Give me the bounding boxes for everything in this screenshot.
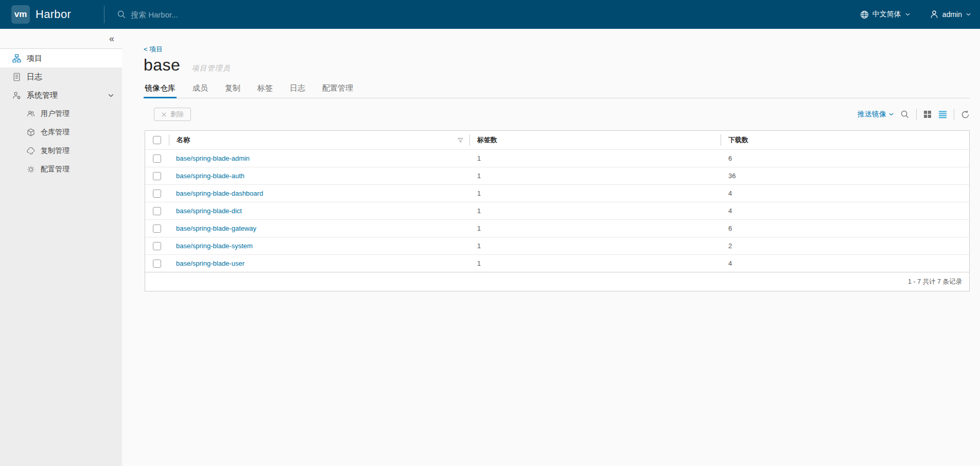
sidebar-top: «: [0, 29, 122, 49]
repository-link[interactable]: base/spring-blade-dict: [176, 207, 242, 215]
refresh-icon[interactable]: [961, 110, 970, 119]
sidebar-item-replication-management[interactable]: 复制管理: [0, 142, 122, 160]
chevron-down-icon: [889, 113, 894, 116]
repositories-table: 名称 标签数 下载数 base/spring-bl: [145, 130, 970, 291]
select-all-checkbox[interactable]: [153, 136, 161, 144]
delete-button[interactable]: 删除: [154, 108, 191, 121]
sidebar-collapse-icon[interactable]: «: [109, 34, 114, 43]
tab-logs[interactable]: 日志: [289, 81, 306, 98]
column-header-name[interactable]: 名称: [169, 134, 469, 146]
repository-link[interactable]: base/spring-blade-auth: [176, 172, 244, 180]
repositories-toolbar: 删除 推送镜像: [144, 107, 970, 122]
push-image-dropdown[interactable]: 推送镜像: [857, 110, 894, 119]
table-row: base/spring-blade-system 1 2: [145, 237, 969, 254]
card-view-icon[interactable]: [923, 110, 932, 118]
sidebar: « 项目 日志: [0, 29, 122, 466]
search-icon: [117, 10, 126, 19]
branding[interactable]: vm Harbor: [0, 5, 104, 24]
row-checkbox[interactable]: [153, 242, 161, 250]
row-checkbox[interactable]: [153, 207, 161, 215]
language-menu[interactable]: 中文简体: [860, 10, 910, 19]
table-row: base/spring-blade-user 1 4: [145, 254, 969, 272]
repository-link[interactable]: base/spring-blade-dashboard: [176, 189, 263, 197]
organization-icon: [12, 54, 21, 63]
filter-icon[interactable]: [458, 137, 463, 143]
row-checkbox[interactable]: [153, 260, 161, 268]
cog-icon: [27, 165, 35, 174]
toolbar-divider: [916, 109, 917, 120]
column-header-label: 下载数: [728, 135, 748, 145]
table-header-row: 名称 标签数 下载数: [145, 131, 969, 149]
administrator-icon: [12, 91, 21, 100]
breadcrumb-projects-link[interactable]: < 项目: [144, 45, 163, 54]
tab-configuration[interactable]: 配置管理: [321, 81, 354, 98]
sidebar-item-label: 仓库管理: [41, 128, 69, 137]
row-checkbox[interactable]: [153, 172, 161, 180]
pulls-count: 4: [721, 189, 969, 197]
vmware-logo: vm: [11, 5, 30, 24]
table-body: base/spring-blade-admin 1 6 base/spring-…: [145, 149, 969, 272]
sidebar-item-user-management[interactable]: 用户管理: [0, 105, 122, 123]
pulls-count: 6: [721, 154, 969, 162]
sidebar-item-projects[interactable]: 项目: [0, 49, 122, 67]
pulls-count: 6: [721, 225, 969, 232]
pulls-count: 2: [721, 242, 969, 250]
tags-count: 1: [469, 225, 721, 232]
user-menu[interactable]: admin: [930, 10, 971, 19]
tags-count: 1: [469, 154, 721, 162]
chevron-down-icon: [966, 13, 971, 16]
administration-submenu: 用户管理 仓库管理 复制管理: [0, 105, 122, 179]
tags-count: 1: [469, 207, 721, 215]
cloud-sync-icon: [27, 147, 35, 155]
sidebar-item-configuration-management[interactable]: 配置管理: [0, 160, 122, 179]
delete-button-label: 删除: [170, 110, 184, 119]
tab-members[interactable]: 成员: [191, 81, 209, 98]
cube-icon: [27, 128, 35, 136]
toolbar-divider: [954, 109, 954, 120]
toolbar-right: 推送镜像: [857, 109, 970, 120]
sidebar-nav: 项目 日志 系统管理: [0, 49, 122, 179]
tab-repositories[interactable]: 镜像仓库: [144, 81, 177, 98]
repository-link[interactable]: base/spring-blade-admin: [176, 154, 250, 162]
row-checkbox[interactable]: [153, 225, 161, 233]
header-divider: [104, 6, 104, 23]
row-checkbox[interactable]: [153, 189, 161, 198]
search-input[interactable]: [131, 10, 347, 19]
pulls-count: 4: [721, 260, 969, 267]
tags-count: 1: [469, 242, 721, 250]
list-view-icon[interactable]: [938, 110, 947, 118]
repository-link[interactable]: base/spring-blade-gateway: [176, 225, 256, 232]
sidebar-item-logs[interactable]: 日志: [0, 67, 122, 86]
table-row: base/spring-blade-dashboard 1 4: [145, 184, 969, 202]
column-header-tags[interactable]: 标签数: [469, 134, 721, 146]
sidebar-item-label: 配置管理: [41, 165, 69, 174]
column-header-pulls[interactable]: 下载数: [721, 134, 969, 146]
pulls-count: 36: [721, 172, 969, 180]
users-icon: [27, 110, 35, 118]
push-image-label: 推送镜像: [857, 110, 886, 119]
sidebar-item-label: 项目: [27, 54, 42, 63]
search-icon[interactable]: [900, 110, 909, 119]
repository-link[interactable]: base/spring-blade-system: [176, 242, 253, 250]
repository-link[interactable]: base/spring-blade-user: [176, 260, 244, 267]
app-header: vm Harbor 中文简体: [0, 0, 980, 29]
page-title: base: [144, 56, 180, 75]
column-header-label: 标签数: [477, 135, 497, 145]
chevron-down-icon: [108, 94, 114, 97]
table-row: base/spring-blade-auth 1 36: [145, 167, 969, 184]
sidebar-item-administration[interactable]: 系统管理: [0, 86, 122, 105]
global-search: [117, 10, 860, 19]
header-checkbox-cell: [145, 134, 169, 146]
row-checkbox[interactable]: [153, 154, 161, 163]
sidebar-item-label: 复制管理: [41, 146, 69, 156]
sidebar-item-label: 系统管理: [27, 91, 58, 100]
tab-replication[interactable]: 复制: [224, 81, 241, 98]
logo-text: vm: [14, 9, 27, 20]
sidebar-item-registry-management[interactable]: 仓库管理: [0, 123, 122, 142]
title-row: base 项目管理员: [144, 56, 970, 75]
project-role-label: 项目管理员: [191, 64, 230, 73]
tab-labels[interactable]: 标签: [256, 81, 274, 98]
main-content: < 项目 base 项目管理员 镜像仓库 成员 复制 标签 日志 配置管理 删除: [122, 29, 980, 466]
language-label: 中文简体: [872, 10, 901, 19]
chevron-down-icon: [905, 13, 910, 16]
